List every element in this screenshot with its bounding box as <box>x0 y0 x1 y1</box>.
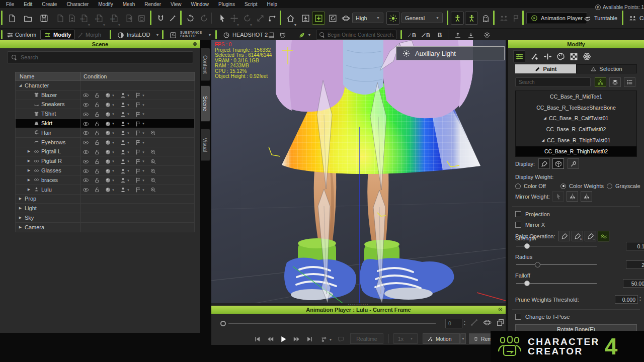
scene-row-lulu[interactable]: ▶Lulu▼▼▼ <box>15 185 195 195</box>
save-project-icon[interactable] <box>37 12 50 25</box>
menu-item-edit[interactable]: Edit <box>24 2 32 7</box>
character-link-icon[interactable] <box>120 139 126 146</box>
bone-row-cc_base_r_calftwist02[interactable]: CC_Base_R_CalfTwist02 <box>516 124 636 135</box>
material-sphere-icon[interactable] <box>105 92 111 99</box>
lock-icon[interactable] <box>94 149 100 155</box>
scene-row-blazer[interactable]: Blazer▼▼▼ <box>15 90 195 100</box>
headshot-icon[interactable] <box>221 31 231 39</box>
scene-row-pigtail-l[interactable]: ▶Pigtail L▼▼▼ <box>15 147 195 157</box>
rewind-icon[interactable] <box>265 334 276 344</box>
slider-radius[interactable] <box>516 262 597 268</box>
lock-icon[interactable] <box>94 102 100 108</box>
bone-row-cc_base_r_toebasesharebone[interactable]: CC_Base_R_ToeBaseShareBone <box>516 102 636 113</box>
morph-icon[interactable] <box>75 31 86 39</box>
flag-caret[interactable]: ▼ <box>142 151 145 154</box>
preview-light-icon[interactable] <box>386 12 399 25</box>
auxiliary-light-popup[interactable]: Auxiliary Light <box>396 46 505 60</box>
character-link-icon[interactable] <box>120 121 126 127</box>
flag-icon[interactable] <box>135 149 141 155</box>
scene-panel-header[interactable]: Scene ⊗ <box>0 40 200 48</box>
prune-spinner[interactable]: ▲▼ <box>639 296 641 302</box>
export-arrow-icon[interactable] <box>123 12 136 25</box>
turntable-button[interactable]: Turntable <box>580 12 621 24</box>
quality-dropdown[interactable]: High▼ <box>352 13 383 23</box>
flag-icon[interactable] <box>135 102 141 108</box>
bone-row-cc_base_r_thightwist01[interactable]: ◢CC_Base_R_ThighTwist01 <box>516 135 636 146</box>
zoom-icon[interactable] <box>150 168 156 174</box>
scene-close-icon[interactable]: ⊗ <box>193 41 197 47</box>
skin-weight-icon[interactable] <box>528 50 540 62</box>
expand-icon[interactable]: ▶ <box>27 168 31 172</box>
character-caret[interactable]: ▼ <box>127 151 130 154</box>
undo-icon[interactable] <box>184 12 197 25</box>
radio-circle[interactable] <box>560 184 566 189</box>
visibility-eye-icon[interactable] <box>83 177 89 184</box>
scene-row-pigtail-r[interactable]: ▶Pigtail R▼▼▼ <box>15 156 195 166</box>
loop-caret[interactable]: ▼ <box>328 338 333 341</box>
zoom-icon[interactable] <box>150 187 156 193</box>
pose-b-icon[interactable] <box>465 12 478 25</box>
character-caret[interactable]: ▼ <box>127 113 130 116</box>
flag-caret[interactable]: ▼ <box>142 179 145 182</box>
material-caret[interactable]: ▼ <box>112 169 115 172</box>
slider-knob-radius[interactable] <box>535 262 540 267</box>
radio-circle[interactable] <box>515 184 521 189</box>
lock-icon[interactable] <box>94 158 100 165</box>
visibility-eye-icon[interactable] <box>83 92 89 99</box>
character-link-icon[interactable] <box>120 168 126 174</box>
visibility-eye-icon[interactable] <box>83 158 89 165</box>
conform-icon[interactable] <box>5 31 15 39</box>
scene-row-tshirt[interactable]: TShirt▼▼▼ <box>15 109 195 119</box>
menu-item-render[interactable]: Render <box>144 2 161 7</box>
radio-color-off[interactable]: Color Off <box>515 183 546 189</box>
display-cube-icon[interactable] <box>552 158 564 169</box>
import-icon[interactable] <box>53 12 66 25</box>
expand-icon[interactable]: ▶ <box>18 197 23 201</box>
menu-item-plugins[interactable]: Plugins <box>218 2 235 7</box>
flag-icon[interactable] <box>135 130 141 136</box>
material-sphere-icon[interactable] <box>105 139 111 146</box>
display-pin-icon[interactable] <box>568 158 579 169</box>
online-content-search[interactable] <box>316 30 396 40</box>
material-sphere-icon[interactable] <box>105 111 111 118</box>
slider-value-falloff[interactable]: 50.00 <box>623 279 644 288</box>
flag-icon[interactable] <box>135 158 141 165</box>
scene-row-hair[interactable]: Hair▼▼▼ <box>15 128 195 138</box>
material-caret[interactable]: ▼ <box>112 122 115 125</box>
skip-start-icon[interactable] <box>252 334 263 344</box>
checkbox-box[interactable] <box>515 222 521 228</box>
instalod-label[interactable]: InstaLOD <box>127 32 150 38</box>
expand-icon[interactable]: ▶ <box>18 206 23 210</box>
character-caret[interactable]: ▼ <box>127 169 130 172</box>
rotate-dropdown-caret[interactable]: ▼ <box>249 23 254 27</box>
usd-dropdown-caret[interactable]: ▼ <box>117 23 122 27</box>
expand-icon[interactable]: ▶ <box>27 159 31 163</box>
collapse-icon[interactable]: ◢ <box>544 116 546 120</box>
pivot-tool-icon[interactable] <box>266 12 279 25</box>
animation-player-header[interactable]: Animation Player : Lulu - Current Frame … <box>211 306 506 314</box>
menu-item-help[interactable]: Help <box>267 2 277 7</box>
material-sphere-icon[interactable] <box>105 177 111 184</box>
speed-dropdown[interactable]: 1x▼ <box>393 333 418 344</box>
material-sphere-icon[interactable] <box>105 130 111 136</box>
material-palette-icon[interactable] <box>554 50 567 62</box>
zoom-icon[interactable] <box>150 130 156 136</box>
camera-orbit-icon[interactable] <box>339 12 352 25</box>
new-project-icon[interactable] <box>5 12 18 25</box>
scene-search-box[interactable] <box>7 51 193 63</box>
lock-icon[interactable] <box>94 168 100 174</box>
material-caret[interactable]: ▼ <box>112 104 115 107</box>
lock-icon[interactable] <box>94 177 100 184</box>
spacing-icon[interactable] <box>541 50 553 62</box>
paint-smooth-icon[interactable] <box>598 231 609 241</box>
flag-caret[interactable]: ▼ <box>142 94 145 97</box>
flag-icon[interactable] <box>135 139 141 146</box>
visibility-eye-icon[interactable] <box>83 111 89 118</box>
lock-icon[interactable] <box>94 130 100 136</box>
material-caret[interactable]: ▼ <box>112 160 115 163</box>
slider-knob-strength[interactable] <box>524 243 530 249</box>
menu-item-mesh[interactable]: Mesh <box>123 2 135 7</box>
fit-view-icon[interactable] <box>299 12 312 25</box>
paint-replace-icon[interactable] <box>558 231 570 241</box>
obj-dropdown-caret[interactable]: ▼ <box>87 23 92 27</box>
